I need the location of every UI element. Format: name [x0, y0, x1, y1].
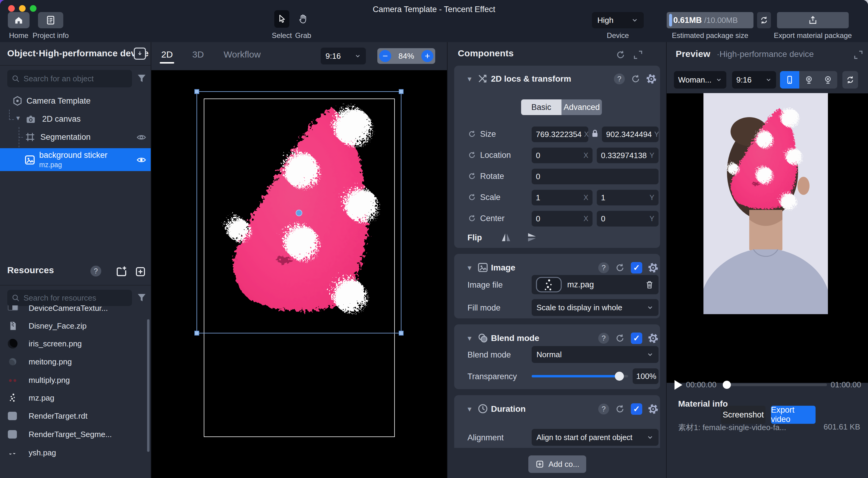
anchor-point[interactable]	[296, 210, 302, 216]
enable-checkbox[interactable]: ✓	[631, 403, 642, 415]
reset-field-icon[interactable]	[467, 193, 476, 202]
transparency-value[interactable]: 100%	[632, 369, 658, 384]
flip-horizontal-icon[interactable]	[499, 231, 513, 244]
eye-icon[interactable]	[136, 155, 147, 165]
tree-item-background-sticker[interactable]: background sticker mz.pag	[0, 148, 151, 171]
center-x-input[interactable]: 0X	[532, 211, 592, 226]
tab-2d[interactable]: 2D	[161, 50, 173, 60]
rotate-input[interactable]: 0	[532, 169, 658, 184]
timeline-knob[interactable]	[723, 381, 731, 389]
gear-icon[interactable]	[645, 73, 657, 85]
resource-item[interactable]: iris_screen.png	[0, 335, 151, 352]
reset-section-icon[interactable]	[630, 73, 641, 84]
resource-item[interactable]: DeviceCameraTextur...	[0, 306, 151, 317]
alignment-select[interactable]: Align to start of parent object	[532, 429, 658, 446]
toggle-basic[interactable]: Basic	[521, 99, 561, 115]
collapse-panel-icon[interactable]	[134, 47, 146, 60]
resource-item[interactable]: meitong.png	[0, 353, 151, 370]
fill-mode-select[interactable]: Scale to display in whole	[532, 299, 658, 316]
maximize-window-button[interactable]	[30, 5, 36, 12]
gear-icon[interactable]	[647, 403, 659, 415]
size-y-input[interactable]: 902.3424494Y	[602, 127, 658, 142]
tree-item-segmentation[interactable]: Segmentation	[0, 128, 151, 146]
zoom-out-button[interactable]: −	[379, 50, 391, 62]
preview-ratio-select[interactable]: 9:16	[732, 71, 776, 89]
reset-field-icon[interactable]	[467, 172, 476, 181]
resources-help-icon[interactable]: ?	[90, 266, 101, 277]
resource-item[interactable]: multiply.png	[0, 372, 151, 388]
resources-search-input[interactable]	[24, 293, 128, 303]
toggle-advanced[interactable]: Advanced	[561, 99, 602, 115]
lock-icon[interactable]	[590, 128, 600, 138]
tab-3d[interactable]: 3D	[192, 50, 204, 60]
resources-search[interactable]	[7, 290, 132, 306]
collapse-section-icon[interactable]: ▼	[466, 75, 473, 83]
scale-y-input[interactable]: 1Y	[597, 190, 658, 205]
location-y-input[interactable]: 0.332974138Y	[597, 148, 658, 163]
help-icon[interactable]: ?	[598, 262, 609, 273]
source-webcam2-button[interactable]	[818, 71, 837, 89]
transparency-slider-knob[interactable]	[615, 372, 624, 381]
enable-checkbox[interactable]: ✓	[631, 262, 642, 274]
location-x-input[interactable]: 0X	[532, 148, 592, 163]
resource-item[interactable]: mz.pag	[0, 389, 151, 406]
scale-x-input[interactable]: 1X	[532, 190, 592, 205]
gear-icon[interactable]	[647, 332, 659, 344]
canvas-stage[interactable]	[151, 70, 447, 478]
add-component-button[interactable]: Add co...	[528, 455, 586, 473]
reset-section-icon[interactable]	[615, 262, 625, 273]
preview-model-select[interactable]: Woman...	[674, 71, 726, 89]
reset-all-icon[interactable]	[615, 50, 626, 60]
tree-expander-icon[interactable]: ▼	[15, 115, 21, 122]
resource-item[interactable]: RenderTarget_Segme...	[0, 426, 151, 443]
expand-panel-icon[interactable]	[632, 50, 644, 60]
grab-tool-button[interactable]	[296, 12, 310, 26]
reset-section-icon[interactable]	[615, 333, 625, 344]
tab-workflow[interactable]: Workflow	[224, 50, 261, 60]
add-resource-icon[interactable]	[134, 266, 147, 278]
gear-icon[interactable]	[647, 262, 659, 274]
project-info-button[interactable]	[38, 12, 63, 28]
folder-add-icon[interactable]	[115, 265, 128, 278]
reset-section-icon[interactable]	[615, 404, 625, 414]
flip-vertical-icon[interactable]	[525, 231, 538, 244]
resource-item[interactable]: RenderTarget.rdt	[0, 408, 151, 424]
eye-icon[interactable]	[136, 132, 147, 142]
close-window-button[interactable]	[8, 5, 15, 12]
resources-scrollbar[interactable]	[147, 319, 150, 452]
source-phone-button[interactable]	[780, 71, 799, 89]
home-button[interactable]	[8, 12, 30, 28]
zoom-in-button[interactable]: +	[421, 50, 433, 62]
center-y-input[interactable]: 0Y	[597, 211, 658, 226]
device-select[interactable]: High	[592, 12, 644, 28]
selection-handle-ne[interactable]	[399, 89, 404, 94]
tree-item-2d-canvas[interactable]: ▼ 2D canvas	[0, 110, 151, 128]
play-button[interactable]	[675, 380, 682, 390]
canvas-ratio-select[interactable]: 9:16	[321, 47, 366, 64]
resources-filter-icon[interactable]	[136, 292, 147, 303]
object-search[interactable]	[7, 70, 132, 87]
preview-refresh-button[interactable]	[842, 71, 858, 89]
resource-item[interactable]: Disney_Face.zip	[0, 317, 151, 334]
collapse-section-icon[interactable]: ▼	[466, 334, 473, 343]
expand-preview-icon[interactable]	[853, 50, 864, 60]
reset-field-icon[interactable]	[467, 214, 476, 223]
minimize-window-button[interactable]	[19, 5, 26, 12]
help-icon[interactable]: ?	[614, 73, 625, 84]
collapse-section-icon[interactable]: ▼	[466, 264, 473, 272]
object-search-input[interactable]	[24, 74, 128, 84]
blend-mode-select[interactable]: Normal	[532, 346, 658, 363]
size-x-input[interactable]: 769.3222354X	[532, 127, 588, 142]
reset-field-icon[interactable]	[467, 151, 476, 160]
components-scroll[interactable]: ▼ 2D locs & transform ? Basic Advanced S…	[447, 63, 667, 448]
export-package-button[interactable]	[777, 12, 849, 28]
object-filter-icon[interactable]	[136, 73, 147, 84]
tree-item-camera-template[interactable]: Camera Template	[0, 92, 151, 110]
export-video-button[interactable]: Export video	[771, 406, 815, 424]
selection-handle-sw[interactable]	[194, 331, 199, 336]
resource-item[interactable]: ysh.pag	[0, 444, 151, 461]
help-icon[interactable]: ?	[598, 333, 609, 344]
refresh-package-button[interactable]	[757, 12, 771, 28]
enable-checkbox[interactable]: ✓	[631, 332, 642, 344]
transparency-slider[interactable]	[532, 375, 628, 377]
